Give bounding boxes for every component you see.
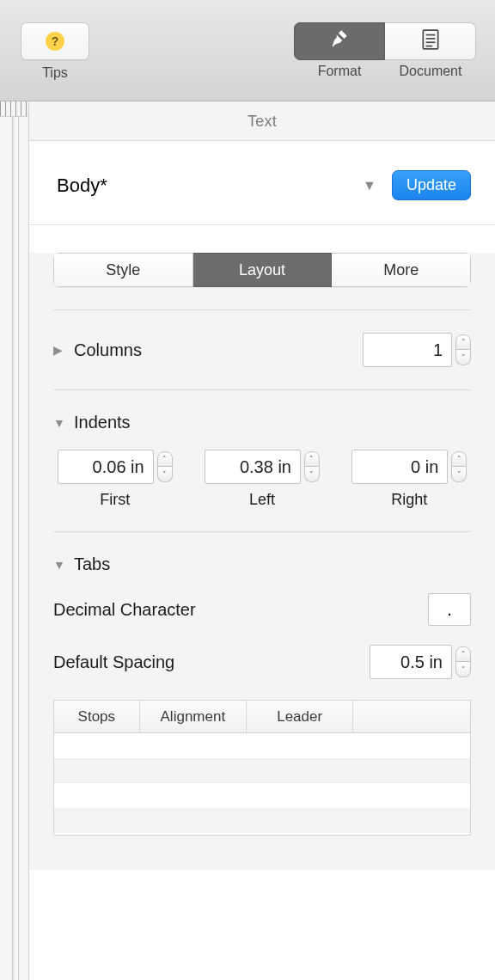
default-spacing-row: Default Spacing ˄ ˅ (53, 645, 471, 679)
stepper-up[interactable]: ˄ (455, 646, 471, 662)
text-subpanel-segment: Style Layout More (53, 253, 471, 287)
format-label: Format (294, 64, 385, 79)
inspector-panel: Text Body* ▼ Update Style Layout More ▶ … (29, 101, 495, 980)
table-row[interactable] (54, 783, 470, 808)
default-spacing-label: Default Spacing (53, 652, 174, 672)
ruler (0, 101, 29, 980)
indent-right: ˄ ˅ Right (348, 450, 471, 509)
indents-title: Indents (74, 413, 131, 432)
columns-header[interactable]: ▶ Columns (53, 340, 142, 360)
inspector-mode-segment (294, 22, 476, 60)
indents-row: ˄ ˅ First ˄ ˅ (53, 450, 471, 509)
tips-label: Tips (21, 65, 89, 81)
stepper-up[interactable]: ˄ (304, 451, 320, 467)
paragraph-style-name[interactable]: Body* (57, 175, 363, 197)
stepper-up[interactable]: ˄ (451, 451, 467, 467)
tabs-table-body[interactable] (54, 733, 470, 835)
columns-section: ▶ Columns ˄ ˅ (29, 310, 495, 367)
stepper-down[interactable]: ˅ (455, 350, 471, 365)
table-row[interactable] (54, 733, 470, 758)
tab-layout[interactable]: Layout (193, 253, 333, 287)
table-row[interactable] (54, 758, 470, 783)
columns-title: Columns (74, 340, 142, 360)
layout-body: Style Layout More ▶ Columns ˄ ˅ (29, 253, 495, 870)
ruler-ticks (0, 101, 28, 117)
columns-input[interactable] (363, 333, 452, 367)
stepper-down[interactable]: ˅ (157, 467, 173, 482)
col-stops[interactable]: Stops (54, 701, 140, 732)
brush-icon (328, 28, 351, 54)
tips-group: ? Tips (21, 22, 89, 81)
indent-right-input[interactable] (351, 450, 448, 484)
inspector-mode-labels: Format Document (294, 64, 476, 79)
indent-left-stepper: ˄ ˅ (304, 451, 320, 482)
indent-right-label: Right (348, 491, 471, 509)
indent-right-stepper: ˄ ˅ (451, 451, 467, 482)
columns-stepper: ˄ ˅ (455, 334, 471, 365)
columns-field: ˄ ˅ (363, 333, 471, 367)
default-spacing-input[interactable] (370, 645, 452, 679)
content: Text Body* ▼ Update Style Layout More ▶ … (0, 101, 495, 980)
indent-left: ˄ ˅ Left (200, 450, 323, 509)
tabs-table-header: Stops Alignment Leader (54, 701, 470, 733)
stepper-down[interactable]: ˅ (451, 467, 467, 482)
tips-button[interactable]: ? (21, 22, 89, 60)
col-leader[interactable]: Leader (247, 701, 353, 732)
stepper-down[interactable]: ˅ (455, 662, 471, 677)
indents-header[interactable]: ▼ Indents (53, 413, 471, 432)
format-button[interactable] (294, 22, 385, 60)
stepper-up[interactable]: ˄ (455, 334, 471, 350)
indent-first-label: First (53, 491, 176, 509)
default-spacing-stepper: ˄ ˅ (455, 646, 471, 677)
col-tail (353, 701, 470, 732)
stepper-down[interactable]: ˅ (304, 467, 320, 482)
indent-first: ˄ ˅ First (53, 450, 176, 509)
page-edge (12, 117, 19, 980)
tab-style[interactable]: Style (53, 253, 193, 287)
document-button[interactable] (385, 22, 476, 60)
document-label: Document (385, 64, 476, 79)
tab-more[interactable]: More (332, 253, 471, 287)
decimal-char-input[interactable] (428, 593, 471, 626)
table-row[interactable] (54, 808, 470, 833)
indent-left-label: Left (200, 491, 323, 509)
indents-section: ▼ Indents ˄ ˅ First (29, 390, 495, 509)
decimal-char-row: Decimal Character (53, 593, 471, 626)
indent-first-stepper: ˄ ˅ (157, 451, 173, 482)
update-style-button[interactable]: Update (392, 170, 471, 200)
col-alignment[interactable]: Alignment (140, 701, 247, 732)
disclosure-right-icon: ▶ (53, 343, 65, 357)
tabs-section: ▼ Tabs Decimal Character Default Spacing… (29, 532, 495, 679)
indent-first-input[interactable] (58, 450, 154, 484)
disclosure-down-icon: ▼ (53, 416, 65, 430)
disclosure-down-icon: ▼ (53, 558, 65, 572)
document-icon (421, 28, 440, 54)
panel-title: Text (29, 101, 495, 141)
decimal-char-label: Decimal Character (53, 600, 196, 620)
tabs-title: Tabs (74, 554, 110, 574)
tabs-header[interactable]: ▼ Tabs (53, 554, 471, 574)
tabs-table: Stops Alignment Leader (53, 700, 471, 836)
paragraph-style-row: Body* ▼ Update (29, 141, 495, 225)
stepper-up[interactable]: ˄ (157, 451, 173, 467)
toolbar: ? Tips Format Document (0, 0, 495, 101)
question-icon: ? (46, 32, 64, 51)
chevron-down-icon[interactable]: ▼ (363, 178, 376, 193)
indent-left-input[interactable] (205, 450, 301, 484)
